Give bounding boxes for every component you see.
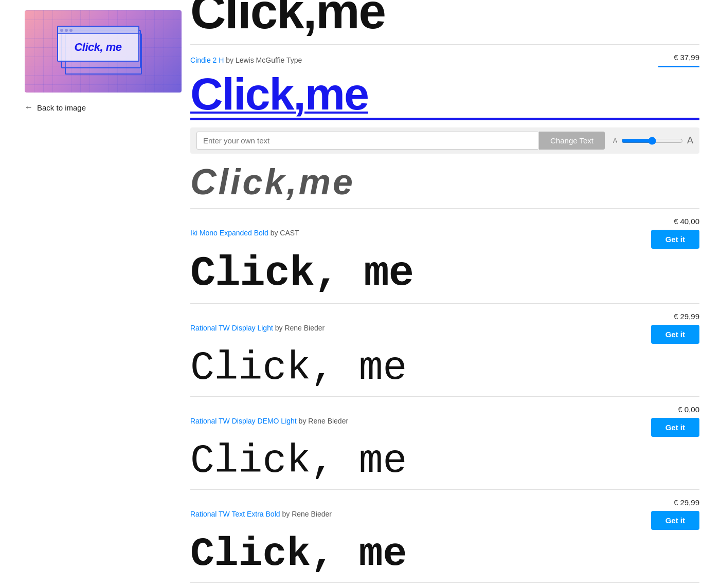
cindie-meta-left: Cindie 2 H by Lewis McGuffie Type: [190, 56, 302, 64]
iki-price: € 40,00: [674, 217, 699, 226]
text-input-row: Change Text A A: [190, 127, 699, 154]
iki-font-link[interactable]: Iki Mono Expanded Bold: [190, 229, 268, 237]
back-to-image-label: Back to image: [37, 103, 86, 112]
size-large-label: A: [687, 135, 693, 146]
rational-display-light-section: Rational TW Display Light by Rene Bieder…: [190, 304, 699, 397]
rational-display-light-by: by Rene Bieder: [275, 324, 325, 332]
iki-get-it-button[interactable]: Get it: [651, 230, 699, 249]
titlebar-dot-1: [60, 29, 63, 32]
top-font-text: Click,me: [190, 0, 385, 36]
change-text-button[interactable]: Change Text: [539, 132, 605, 150]
window-preview-text: Click, me: [74, 41, 121, 54]
rational-display-light-get-it-button[interactable]: Get it: [651, 325, 699, 344]
cindie-price-area: € 37,99: [658, 53, 699, 67]
titlebar-dot-2: [65, 29, 68, 32]
rational-display-demo-price-btn: € 0,00 Get it: [651, 405, 699, 437]
cindie-font-link[interactable]: Cindie 2 H: [190, 56, 224, 64]
window-titlebar: [58, 27, 138, 34]
rational-text-extrabold-by: by Rene Bieder: [282, 510, 332, 518]
iki-meta-row: Iki Mono Expanded Bold by CAST € 40,00 G…: [190, 217, 699, 249]
left-panel: Click, me ← Back to image: [0, 0, 190, 588]
rational-text-extrabold-meta-row: Rational TW Text Extra Bold by Rene Bied…: [190, 498, 699, 530]
window-main: Click, me: [57, 26, 139, 62]
rational-display-demo-meta-left: Rational TW Display DEMO Light by Rene B…: [190, 417, 348, 425]
cindie-price-underline: [658, 66, 699, 67]
rational-display-light-price-btn: € 29,99 Get it: [651, 312, 699, 344]
iki-meta-left: Iki Mono Expanded Bold by CAST: [190, 229, 299, 237]
rational-display-demo-meta-row: Rational TW Display DEMO Light by Rene B…: [190, 405, 699, 437]
rational-text-extrabold-section: Rational TW Text Extra Bold by Rene Bied…: [190, 490, 699, 583]
rational-text-extrabold-preview: Click, me: [190, 534, 699, 574]
rational-text-extrabold-get-it-button[interactable]: Get it: [651, 511, 699, 530]
rational-display-light-preview: Click, me: [190, 348, 699, 388]
rational-display-demo-price: € 0,00: [678, 405, 699, 414]
top-clipped-preview: Click,me: [190, 0, 699, 36]
back-to-image-link[interactable]: ← Back to image: [25, 103, 86, 112]
rational-display-demo-get-it-button[interactable]: Get it: [651, 418, 699, 437]
cindie-price: € 37,99: [674, 53, 699, 62]
rational-text-extrabold-price-btn: € 29,99 Get it: [651, 498, 699, 530]
cindie-section: Cindie 2 H by Lewis McGuffie Type € 37,9…: [190, 45, 699, 209]
right-panel: Click,me Cindie 2 H by Lewis McGuffie Ty…: [190, 0, 720, 588]
cindie-by-text: by Lewis McGuffie Type: [226, 56, 302, 64]
rational-text-extrabold-link[interactable]: Rational TW Text Extra Bold: [190, 510, 280, 518]
back-arrow-icon: ←: [25, 103, 33, 112]
rational-display-light-meta-left: Rational TW Display Light by Rene Bieder: [190, 324, 325, 332]
rational-display-demo-preview: Click, me: [190, 441, 699, 481]
cindie-meta-row: Cindie 2 H by Lewis McGuffie Type € 37,9…: [190, 53, 699, 67]
titlebar-dot-3: [69, 29, 73, 32]
rational-text-extrabold-price: € 29,99: [674, 498, 699, 507]
cindie-preview-container: Click,me: [190, 71, 699, 120]
scrambled-preview: Click,me: [190, 159, 699, 200]
rational-text-extrabold-meta-left: Rational TW Text Extra Bold by Rene Bied…: [190, 510, 332, 518]
text-input-field[interactable]: [196, 132, 539, 150]
scrambled-text: Click,me: [190, 164, 355, 200]
size-slider-row: A A: [613, 135, 693, 146]
rational-display-demo-section: Rational TW Display DEMO Light by Rene B…: [190, 397, 699, 490]
iki-mono-section: Iki Mono Expanded Bold by CAST € 40,00 G…: [190, 209, 699, 304]
iki-preview-text: Click, me: [190, 253, 699, 295]
rational-display-light-link[interactable]: Rational TW Display Light: [190, 324, 273, 332]
window-stack: Click, me: [57, 26, 150, 77]
cindie-preview-text: Click,me: [190, 71, 699, 117]
rational-display-demo-by: by Rene Bieder: [299, 417, 349, 425]
iki-by-text: by CAST: [271, 229, 299, 237]
rational-display-light-price: € 29,99: [674, 312, 699, 321]
size-slider[interactable]: [621, 137, 683, 145]
top-clipped-font-row: Click,me: [190, 0, 699, 45]
rational-display-demo-link[interactable]: Rational TW Display DEMO Light: [190, 417, 297, 425]
page-wrapper: Click, me ← Back to image Click,me Cindi…: [0, 0, 720, 588]
size-small-label: A: [613, 137, 617, 144]
rational-display-light-meta-row: Rational TW Display Light by Rene Bieder…: [190, 312, 699, 344]
preview-image[interactable]: Click, me: [25, 10, 182, 93]
iki-price-btn-area: € 40,00 Get it: [651, 217, 699, 249]
